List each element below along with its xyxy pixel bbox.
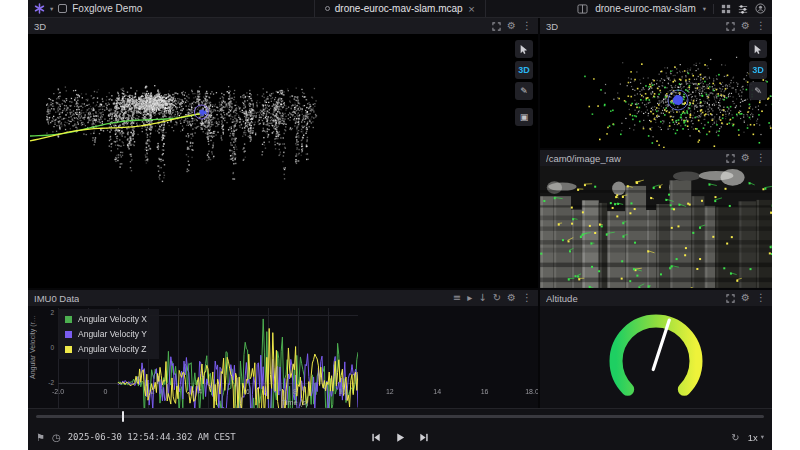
timeline-track[interactable]: [36, 415, 764, 418]
more-menu-icon[interactable]: ⋮: [756, 21, 766, 31]
settings-gear-icon[interactable]: ⚙: [507, 293, 516, 303]
seek-start-button[interactable]: [371, 432, 382, 443]
transport-left: ⚑ ◷ 2025-06-30 12:54:44.302 AM CEST: [36, 432, 236, 443]
select-tool-button[interactable]: [515, 40, 533, 58]
frame-follow-button[interactable]: ▣: [515, 108, 533, 126]
panel-header[interactable]: /cam0/image_raw ⚙ ⋮: [540, 150, 772, 166]
fullscreen-icon[interactable]: [726, 154, 735, 163]
loop-icon[interactable]: ↻: [731, 432, 739, 443]
measure-tool-button[interactable]: ✎: [515, 82, 533, 100]
panel-header[interactable]: 3D ⚙ ⋮: [28, 18, 538, 34]
account-icon[interactable]: [755, 3, 766, 14]
left-column: 3D ⚙ ⋮ 3D: [28, 18, 538, 408]
panel-actions: ⚙ ⋮: [726, 293, 766, 303]
source-tab-label: drone-euroc-mav-slam.mcap: [335, 3, 463, 14]
legend-label: Angular Velocity X: [78, 314, 147, 324]
chevron-down-icon[interactable]: ▾: [50, 5, 53, 13]
panel-header[interactable]: IMU0 Data ≡ ▸ ↓ ↻ ⚙ ⋮: [28, 290, 538, 306]
panel-imu-plot: IMU0 Data ≡ ▸ ↓ ↻ ⚙ ⋮ Angular Velocity (…: [28, 290, 538, 408]
camera-image-view[interactable]: [540, 166, 772, 288]
3d-viewport[interactable]: 3D ✎: [540, 34, 772, 148]
panel-actions: ≡ ▸ ↓ ↻ ⚙ ⋮: [453, 293, 532, 303]
transport-center: [371, 432, 430, 443]
pointcloud-canvas[interactable]: [540, 34, 772, 148]
topbar-left: ▾ Foxglove Demo: [34, 3, 314, 14]
x-tick-label: 6: [246, 388, 250, 395]
x-tick-label: 14: [433, 388, 441, 395]
x-tick-label: 10: [338, 388, 346, 395]
plot-legend[interactable]: Angular Velocity X Angular Velocity Y An…: [58, 309, 159, 359]
legend-item[interactable]: Angular Velocity X: [65, 314, 147, 324]
measure-tool-button[interactable]: ✎: [749, 82, 767, 100]
layout-grid-icon[interactable]: [721, 4, 731, 14]
legend-item[interactable]: Angular Velocity Z: [65, 344, 147, 354]
panel-title: IMU0 Data: [34, 293, 79, 304]
source-tab[interactable]: drone-euroc-mav-slam.mcap ×: [314, 0, 486, 17]
camera-mode-toggle[interactable]: 3D: [515, 61, 533, 79]
panel-title: Altitude: [546, 293, 578, 304]
fullscreen-icon[interactable]: [492, 22, 501, 31]
legend-swatch: [65, 346, 72, 353]
timeline-scrubber[interactable]: [28, 409, 772, 424]
panel-title: 3D: [546, 21, 558, 32]
settings-gear-icon[interactable]: ⚙: [741, 153, 750, 163]
3d-viewport[interactable]: 3D ✎ ▣: [28, 34, 538, 288]
clock-icon[interactable]: ◷: [52, 432, 61, 443]
event-marker-icon[interactable]: ⚑: [36, 432, 45, 443]
layout-split-icon[interactable]: [577, 4, 588, 14]
more-menu-icon[interactable]: ⋮: [756, 153, 766, 163]
camera-mode-toggle[interactable]: 3D: [749, 61, 767, 79]
speed-value: 1x: [748, 432, 758, 443]
x-tick-label: 4: [198, 388, 202, 395]
more-menu-icon[interactable]: ⋮: [522, 293, 532, 303]
top-bar: ▾ Foxglove Demo drone-euroc-mav-slam.mca…: [28, 0, 772, 18]
topbar-right: drone-euroc-mav-slam ▾: [486, 3, 766, 14]
playback-speed[interactable]: 1x ▾: [748, 432, 764, 443]
panel-grid: 3D ⚙ ⋮ 3D: [28, 18, 772, 408]
sync-icon[interactable]: ↻: [493, 293, 501, 303]
app-title: Foxglove Demo: [72, 3, 142, 14]
fullscreen-icon[interactable]: [726, 22, 735, 31]
plot-area[interactable]: Angular Velocity (r… 20-2 -2.00246810121…: [28, 306, 538, 408]
play-button[interactable]: [395, 432, 406, 443]
altitude-gauge: [581, 309, 731, 405]
panel-actions: ⚙ ⋮: [726, 21, 766, 31]
x-tick-label: 0: [103, 388, 107, 395]
data-source-icon[interactable]: [58, 4, 67, 13]
x-axis-ticks: -2.0024681012141618.0: [58, 388, 532, 397]
panel-3d-secondary: 3D ⚙ ⋮ 3D: [540, 18, 772, 148]
more-menu-icon[interactable]: ⋮: [522, 21, 532, 31]
settings-sliders-icon[interactable]: [738, 4, 748, 14]
legend-item[interactable]: Angular Velocity Y: [65, 329, 147, 339]
download-icon[interactable]: ↓: [478, 293, 486, 303]
layout-name[interactable]: drone-euroc-mav-slam: [595, 3, 696, 14]
settings-gear-icon[interactable]: ⚙: [741, 21, 750, 31]
3d-toolbar: 3D ✎: [749, 40, 767, 100]
gauge-arc: [616, 321, 696, 389]
transport-controls: ⚑ ◷ 2025-06-30 12:54:44.302 AM CEST ↻ 1x: [28, 424, 772, 450]
panel-header[interactable]: 3D ⚙ ⋮: [540, 18, 772, 34]
current-timestamp: 2025-06-30 12:54:44.302 AM CEST: [68, 432, 236, 442]
x-tick-label: 2: [151, 388, 155, 395]
foxglove-app: ▾ Foxglove Demo drone-euroc-mav-slam.mca…: [28, 0, 772, 450]
transport-right: ↻ 1x ▾: [731, 432, 764, 443]
playhead[interactable]: [122, 411, 124, 422]
x-tick-label: 18.0: [525, 388, 538, 395]
seek-forward-button[interactable]: [419, 432, 430, 443]
chevron-down-icon[interactable]: ▾: [703, 5, 706, 13]
camera-image-canvas[interactable]: [540, 166, 772, 288]
panel-header[interactable]: Altitude ⚙ ⋮: [540, 290, 772, 306]
play-pause-icon[interactable]: ▸: [467, 293, 472, 303]
pointcloud-canvas[interactable]: [28, 34, 328, 184]
more-menu-icon[interactable]: ⋮: [756, 293, 766, 303]
settings-gear-icon[interactable]: ⚙: [741, 293, 750, 303]
close-icon[interactable]: ×: [468, 4, 476, 14]
settings-gear-icon[interactable]: ⚙: [507, 21, 516, 31]
x-tick-label: 16: [481, 388, 489, 395]
3d-toolbar: 3D ✎ ▣: [515, 40, 533, 126]
fullscreen-icon[interactable]: [726, 294, 735, 303]
foxglove-logo-icon[interactable]: [34, 3, 45, 14]
select-tool-button[interactable]: [749, 40, 767, 58]
data-table-icon[interactable]: ≡: [453, 293, 461, 303]
gauge-area: [540, 306, 772, 408]
